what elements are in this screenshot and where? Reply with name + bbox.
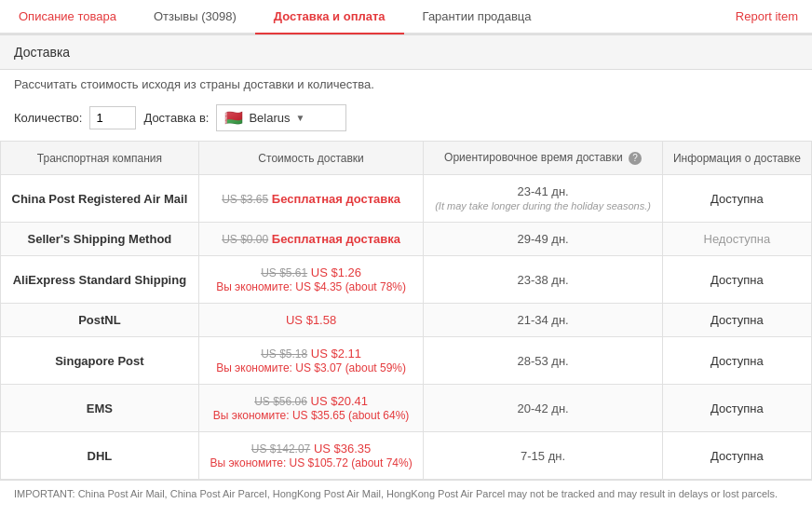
- price-cell: US $1.58: [198, 304, 424, 337]
- table-row: Singapore PostUS $5.18 US $2.11Вы эконом…: [1, 337, 812, 385]
- original-price: US $5.18: [261, 347, 307, 361]
- availability-cell: Доступна: [662, 256, 811, 304]
- calc-description: Рассчитать стоимость исходя из страны до…: [0, 70, 812, 99]
- table-row: AliExpress Standard ShippingUS $5.61 US …: [1, 256, 812, 304]
- delivery-time: 20-42 дн.: [517, 401, 568, 415]
- availability-status: Доступна: [710, 449, 764, 463]
- delivery-label: Доставка в:: [143, 111, 209, 125]
- availability-status: Доступна: [710, 273, 764, 287]
- sale-price: US $36.35: [314, 442, 371, 456]
- time-cell: 28-53 дн.: [424, 337, 662, 385]
- report-item-link[interactable]: Report item: [722, 0, 812, 33]
- country-name: Belarus: [249, 111, 290, 125]
- table-row: DHLUS $142.07 US $36.35Вы экономите: US …: [1, 432, 812, 480]
- original-price: US $0.00: [222, 233, 268, 246]
- help-icon[interactable]: ?: [629, 152, 642, 165]
- carrier-cell: PostNL: [1, 304, 199, 337]
- col-carrier: Транспортная компания: [1, 142, 199, 175]
- price-cell: US $3.65 Бесплатная доставка: [198, 175, 424, 223]
- availability-cell: Недоступна: [662, 223, 811, 256]
- shipping-table: Транспортная компания Стоимость доставки…: [0, 141, 812, 480]
- savings-text: Вы экономите: US $35.65 (about 64%): [213, 409, 410, 422]
- free-shipping-label: Бесплатная доставка: [272, 232, 400, 246]
- delivery-time: 21-34 дн.: [517, 313, 568, 327]
- delivery-content: Доставка Рассчитать стоимость исходя из …: [0, 34, 812, 507]
- flag-icon: 🇧🇾: [224, 109, 243, 127]
- availability-cell: Доступна: [662, 432, 811, 480]
- country-select[interactable]: 🇧🇾 Belarus ▼: [216, 104, 346, 131]
- availability-status: Доступна: [710, 313, 764, 327]
- sale-price: US $2.11: [311, 347, 361, 361]
- time-cell: 23-41 дн.(It may take longer during the …: [424, 175, 662, 223]
- sale-price: US $1.26: [311, 265, 361, 279]
- time-cell: 29-49 дн.: [424, 223, 662, 256]
- section-title: Доставка: [0, 34, 812, 70]
- carrier-cell: Singapore Post: [1, 337, 199, 385]
- carrier-cell: DHL: [1, 432, 199, 480]
- original-price: US $5.61: [261, 266, 307, 279]
- delivery-time: 7-15 дн.: [521, 449, 565, 463]
- carrier-cell: AliExpress Standard Shipping: [1, 256, 199, 304]
- price-cell: US $5.61 US $1.26Вы экономите: US $4.35 …: [198, 256, 424, 304]
- delivery-time: 23-41 дн.: [517, 184, 568, 198]
- savings-text: Вы экономите: US $3.07 (about 59%): [216, 361, 406, 374]
- table-row: PostNLUS $1.5821-34 дн.Доступна: [1, 304, 812, 337]
- savings-text: Вы экономите: US $105.72 (about 74%): [210, 456, 412, 469]
- delivery-time: 29-49 дн.: [517, 232, 568, 246]
- sale-price: US $1.58: [286, 313, 336, 327]
- carrier-name: Seller's Shipping Method: [28, 232, 172, 246]
- col-cost: Стоимость доставки: [198, 142, 424, 175]
- availability-status: Доступна: [710, 401, 764, 415]
- holiday-note: (It may take longer during the holiday s…: [435, 200, 651, 211]
- availability-cell: Доступна: [662, 385, 811, 432]
- qty-row: Количество: Доставка в: 🇧🇾 Belarus ▼: [0, 99, 812, 141]
- time-cell: 20-42 дн.: [424, 385, 662, 432]
- carrier-name: EMS: [87, 401, 113, 415]
- table-row: Seller's Shipping MethodUS $0.00 Бесплат…: [1, 223, 812, 256]
- sale-price: US $20.41: [311, 394, 368, 408]
- col-info: Информация о доставке: [662, 142, 811, 175]
- original-price: US $142.07: [251, 442, 310, 456]
- price-cell: US $56.06 US $20.41Вы экономите: US $35.…: [198, 385, 424, 432]
- carrier-cell: Seller's Shipping Method: [1, 223, 199, 256]
- price-cell: US $0.00 Бесплатная доставка: [198, 223, 424, 256]
- time-cell: 23-38 дн.: [424, 256, 662, 304]
- price-cell: US $5.18 US $2.11Вы экономите: US $3.07 …: [198, 337, 424, 385]
- time-cell: 21-34 дн.: [424, 304, 662, 337]
- availability-cell: Доступна: [662, 175, 811, 223]
- availability-status: Доступна: [710, 192, 764, 206]
- tab-delivery[interactable]: Доставка и оплата: [255, 0, 404, 34]
- carrier-name: Singapore Post: [55, 354, 143, 368]
- carrier-cell: China Post Registered Air Mail: [1, 175, 199, 223]
- tab-description[interactable]: Описание товара: [0, 0, 135, 34]
- tab-guarantee[interactable]: Гарантии продавца: [404, 0, 550, 34]
- availability-cell: Доступна: [662, 337, 811, 385]
- col-time: Ориентировочное время доставки ?: [424, 142, 662, 175]
- delivery-time: 28-53 дн.: [517, 354, 568, 368]
- price-cell: US $142.07 US $36.35Вы экономите: US $10…: [198, 432, 424, 480]
- qty-input[interactable]: [89, 106, 136, 129]
- savings-text: Вы экономите: US $4.35 (about 78%): [216, 280, 406, 293]
- carrier-name: DHL: [88, 449, 113, 463]
- tab-reviews[interactable]: Отзывы (3098): [135, 0, 255, 34]
- delivery-time: 23-38 дн.: [517, 273, 568, 287]
- carrier-name: PostNL: [78, 313, 121, 327]
- original-price: US $3.65: [222, 193, 268, 206]
- availability-status: Доступна: [710, 354, 764, 368]
- original-price: US $56.06: [254, 395, 307, 408]
- table-row: EMSUS $56.06 US $20.41Вы экономите: US $…: [1, 385, 812, 432]
- free-shipping-label: Бесплатная доставка: [272, 192, 400, 206]
- chevron-down-icon: ▼: [295, 113, 304, 123]
- qty-label: Количество:: [14, 111, 82, 125]
- tabs-bar: Описание товара Отзывы (3098) Доставка и…: [0, 0, 812, 34]
- availability-cell: Доступна: [662, 304, 811, 337]
- time-cell: 7-15 дн.: [424, 432, 662, 480]
- footer-note: IMPORTANT: China Post Air Mail, China Po…: [0, 480, 812, 507]
- carrier-name: AliExpress Standard Shipping: [13, 273, 186, 287]
- carrier-name: China Post Registered Air Mail: [12, 192, 188, 206]
- table-row: China Post Registered Air MailUS $3.65 Б…: [1, 175, 812, 223]
- availability-status: Недоступна: [704, 232, 771, 246]
- carrier-cell: EMS: [1, 385, 199, 432]
